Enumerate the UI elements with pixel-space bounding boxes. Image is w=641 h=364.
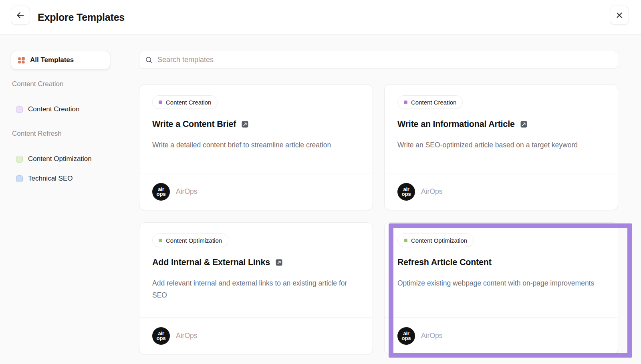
sidebar-section-content-refresh: Content Refresh	[12, 130, 62, 138]
template-description: Add relevant internal and external links…	[152, 277, 353, 301]
category-sidebar: All Templates Content Creation Content C…	[11, 51, 111, 259]
search-bar	[139, 51, 618, 69]
external-link-icon[interactable]	[520, 121, 527, 128]
template-title: Write an Informational Article	[397, 119, 515, 129]
card-footer: airops AirOps	[139, 317, 373, 354]
sidebar-item-all-templates[interactable]: All Templates	[11, 51, 110, 69]
badge-label: Content Optimization	[411, 237, 467, 244]
modal-header: Explore Templates	[0, 0, 641, 35]
airops-logo: airops	[152, 183, 170, 201]
template-card-write-an-informational-article[interactable]: Content Creation Write an Informational …	[384, 84, 618, 210]
card-footer: airops AirOps	[385, 317, 618, 354]
card-footer: airops AirOps	[139, 173, 373, 210]
template-description: Optimize existing webpage content with o…	[397, 277, 598, 289]
templates-main-area: Content Creation Write a Content Brief W…	[139, 51, 618, 354]
sidebar-item-label: Content Creation	[28, 105, 80, 113]
sidebar-item-content-creation[interactable]: Content Creation	[16, 104, 80, 115]
badge-dot-icon	[404, 101, 407, 104]
category-badge: Content Creation	[397, 95, 463, 109]
template-grid: Content Creation Write a Content Brief W…	[139, 84, 618, 354]
grid-icon	[18, 56, 25, 64]
search-icon	[145, 56, 153, 64]
sidebar-item-label: All Templates	[30, 56, 74, 64]
category-swatch-icon	[16, 106, 23, 113]
search-input[interactable]	[157, 56, 612, 64]
airops-logo: airops	[152, 327, 170, 345]
category-badge: Content Optimization	[152, 233, 228, 247]
publisher-name: AirOps	[176, 187, 197, 196]
airops-logo: airops	[397, 183, 415, 201]
template-title: Refresh Article Content	[397, 257, 492, 267]
template-card-add-internal-external-links[interactable]: Content Optimization Add Internal & Exte…	[139, 222, 373, 354]
template-title: Add Internal & External Links	[152, 257, 270, 267]
airops-logo: airops	[397, 327, 415, 345]
card-footer: airops AirOps	[385, 173, 618, 210]
badge-dot-icon	[159, 101, 162, 104]
sidebar-section-content-creation: Content Creation	[12, 80, 64, 88]
badge-dot-icon	[404, 239, 407, 242]
external-link-icon[interactable]	[242, 121, 248, 128]
arrow-left-icon	[16, 11, 25, 20]
template-description: Write a detailed content brief to stream…	[152, 139, 353, 151]
template-card-write-a-content-brief[interactable]: Content Creation Write a Content Brief W…	[139, 84, 373, 210]
sidebar-item-label: Content Optimization	[28, 155, 92, 163]
sidebar-item-content-optimization[interactable]: Content Optimization	[16, 154, 92, 164]
external-link-icon[interactable]	[276, 259, 282, 266]
badge-label: Content Creation	[411, 99, 456, 106]
template-description: Write an SEO-optimized article based on …	[397, 139, 598, 151]
category-badge: Content Creation	[152, 95, 218, 109]
close-button[interactable]	[610, 6, 629, 25]
publisher-name: AirOps	[176, 332, 197, 340]
sidebar-item-label: Technical SEO	[28, 175, 73, 183]
sidebar-item-technical-seo[interactable]: Technical SEO	[16, 173, 73, 184]
publisher-name: AirOps	[421, 332, 442, 340]
category-badge: Content Optimization	[397, 233, 474, 247]
page-title: Explore Templates	[38, 0, 125, 35]
category-swatch-icon	[16, 156, 23, 163]
badge-label: Content Creation	[166, 99, 211, 106]
template-title: Write a Content Brief	[152, 119, 236, 129]
publisher-name: AirOps	[421, 187, 442, 196]
badge-label: Content Optimization	[166, 237, 222, 244]
close-icon	[616, 12, 623, 19]
back-button[interactable]	[11, 6, 30, 25]
badge-dot-icon	[159, 239, 162, 242]
category-swatch-icon	[16, 175, 23, 182]
template-card-refresh-article-content[interactable]: Content Optimization Refresh Article Con…	[384, 222, 618, 354]
